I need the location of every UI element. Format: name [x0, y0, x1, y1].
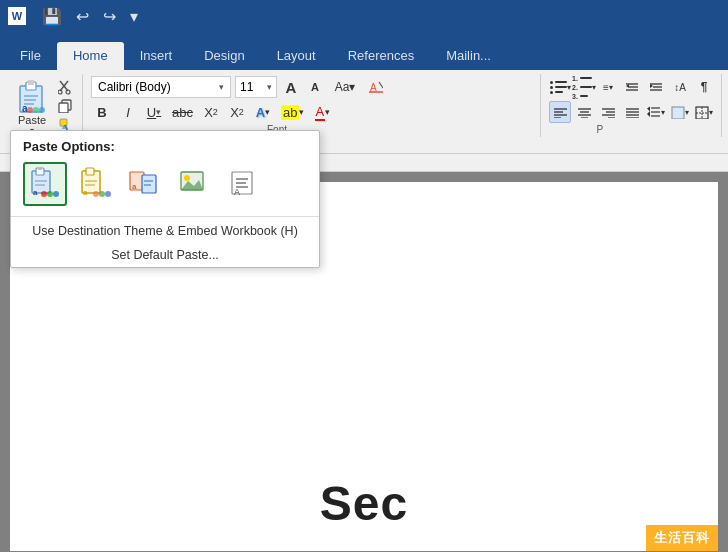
bullets-icon	[550, 81, 567, 94]
svg-line-21	[379, 82, 383, 88]
increase-font-size-button[interactable]: A	[281, 76, 301, 98]
line-spacing-button[interactable]: ▾	[645, 101, 667, 123]
font-color-dropdown[interactable]: ▾	[325, 107, 330, 117]
paste-picture-button[interactable]	[173, 162, 217, 206]
shading-dropdown[interactable]: ▾	[685, 108, 689, 117]
change-case-button[interactable]: Aa▾	[329, 76, 361, 98]
paste-use-dest-embed-item[interactable]: Use Destination Theme & Embed Workbook (…	[11, 219, 319, 243]
numbering-icon: 1. 2. 3.	[572, 75, 592, 100]
multilevel-list-button[interactable]: ≡ ▾	[597, 76, 619, 98]
svg-text:a: a	[132, 182, 137, 191]
borders-icon	[695, 106, 709, 119]
font-size-dropdown-arrow: ▾	[267, 82, 272, 92]
paste-icon: a	[16, 78, 48, 114]
underline-button[interactable]: U ▾	[143, 101, 165, 123]
paste-set-default-item[interactable]: Set Default Paste...	[11, 243, 319, 267]
svg-rect-65	[86, 168, 94, 175]
subscript-button[interactable]: X2	[200, 101, 222, 123]
para-row-1: ▾ 1. 2. 3. ▾ ≡ ▾	[549, 76, 715, 98]
paste-keep-source-button[interactable]: a	[73, 162, 117, 206]
line-spacing-dropdown[interactable]: ▾	[661, 108, 665, 117]
align-right-icon	[602, 107, 615, 118]
svg-point-70	[99, 191, 105, 197]
show-formatting-marks-button[interactable]: ¶	[693, 76, 715, 98]
tab-design[interactable]: Design	[188, 42, 260, 70]
numbering-dropdown[interactable]: ▾	[592, 83, 596, 92]
bullets-button[interactable]: ▾	[549, 76, 571, 98]
text-effects-dropdown[interactable]: ▾	[265, 107, 270, 117]
paste-options-icons-row: a a	[11, 158, 319, 214]
shading-button[interactable]: ▾	[669, 101, 691, 123]
svg-rect-73	[142, 175, 156, 193]
font-name-selector[interactable]: Calibri (Body) ▾	[91, 76, 231, 98]
decrease-indent-button[interactable]	[621, 76, 643, 98]
para-section-label: P	[596, 124, 603, 135]
sort-button[interactable]: ↕A	[669, 76, 691, 98]
watermark-text: 生活百科	[646, 525, 718, 551]
svg-point-69	[93, 191, 99, 197]
svg-text:a: a	[22, 103, 28, 114]
bullets-dropdown[interactable]: ▾	[567, 83, 571, 92]
paste-text-only-button[interactable]: A	[223, 162, 267, 206]
para-row-2: ▾ ▾ ▾	[549, 101, 715, 123]
align-center-button[interactable]	[573, 101, 595, 123]
increase-indent-icon	[649, 81, 663, 93]
font-group: Calibri (Body) ▾ 11 ▾ A A Aa▾ A B	[85, 74, 541, 137]
decrease-font-size-button[interactable]: A	[305, 76, 325, 98]
undo-button[interactable]: ↩	[72, 5, 93, 28]
cut-button[interactable]	[54, 78, 76, 96]
font-size-selector[interactable]: 11 ▾	[235, 76, 277, 98]
svg-rect-15	[59, 103, 68, 113]
tab-mailing[interactable]: Mailin...	[430, 42, 507, 70]
paste-merge-icon: a	[128, 167, 162, 201]
svg-point-61	[41, 191, 47, 197]
highlight-dropdown[interactable]: ▾	[299, 107, 304, 117]
tab-references[interactable]: References	[332, 42, 430, 70]
qat-dropdown-button[interactable]: ▾	[126, 5, 142, 28]
svg-text:A: A	[234, 187, 240, 197]
borders-dropdown[interactable]: ▾	[709, 108, 713, 117]
svg-rect-2	[28, 80, 34, 85]
word-icon: W	[8, 7, 26, 25]
paste-text-only-icon: A	[228, 167, 262, 201]
italic-button[interactable]: I	[117, 101, 139, 123]
scissors-icon	[58, 79, 72, 95]
paste-merge-button[interactable]: a	[123, 162, 167, 206]
tab-file[interactable]: File	[4, 42, 57, 70]
superscript-button[interactable]: X2	[226, 101, 248, 123]
justify-button[interactable]	[621, 101, 643, 123]
clipboard-side-buttons	[54, 78, 76, 134]
tab-layout[interactable]: Layout	[261, 42, 332, 70]
font-row-2: B I U ▾ abc X2 X2 A ▾ ab ▾ A ▾	[91, 101, 534, 123]
align-left-button[interactable]	[549, 101, 571, 123]
decrease-indent-icon	[625, 81, 639, 93]
save-button[interactable]: 💾	[38, 5, 66, 28]
paste-use-dest-theme-button[interactable]: a	[23, 162, 67, 206]
tab-home[interactable]: Home	[57, 42, 124, 70]
svg-point-63	[53, 191, 59, 197]
numbering-button[interactable]: 1. 2. 3. ▾	[573, 76, 595, 98]
paste-button[interactable]: a Paste ▾	[12, 76, 52, 137]
paste-dropdown-divider	[11, 216, 319, 217]
underline-dropdown[interactable]: ▾	[156, 107, 161, 117]
text-effects-button[interactable]: A ▾	[252, 101, 274, 123]
align-right-button[interactable]	[597, 101, 619, 123]
svg-point-12	[58, 90, 62, 94]
font-color-button[interactable]: A ▾	[311, 101, 333, 123]
align-center-icon	[578, 107, 591, 118]
redo-button[interactable]: ↪	[99, 5, 120, 28]
clear-formatting-button[interactable]: A	[365, 76, 387, 98]
tab-insert[interactable]: Insert	[124, 42, 189, 70]
paste-keep-source-icon: a	[78, 167, 112, 201]
ribbon-tabs: File Home Insert Design Layout Reference…	[0, 32, 728, 70]
increase-indent-button[interactable]	[645, 76, 667, 98]
strikethrough-button[interactable]: abc	[169, 101, 196, 123]
svg-rect-51	[672, 107, 684, 119]
svg-text:a: a	[33, 188, 38, 197]
copy-icon	[58, 99, 72, 113]
copy-button[interactable]	[54, 97, 76, 115]
multilevel-dropdown[interactable]: ▾	[609, 83, 613, 92]
highlight-color-button[interactable]: ab ▾	[278, 101, 307, 123]
borders-button[interactable]: ▾	[693, 101, 715, 123]
bold-button[interactable]: B	[91, 101, 113, 123]
